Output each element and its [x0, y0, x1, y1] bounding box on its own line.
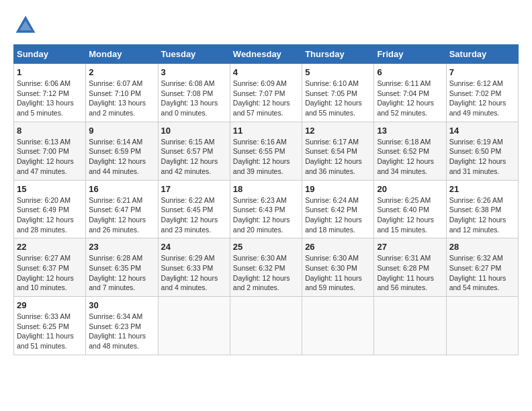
calendar-day-cell: 7Sunrise: 6:12 AMSunset: 7:02 PMDaylight… — [446, 64, 518, 122]
day-number: 16 — [89, 184, 154, 194]
calendar-day-cell: 1Sunrise: 6:06 AMSunset: 7:12 PMDaylight… — [14, 64, 86, 122]
day-info: Sunrise: 6:33 AMSunset: 6:25 PMDaylight:… — [17, 312, 83, 351]
logo-icon — [13, 13, 38, 38]
calendar-day-cell: 20Sunrise: 6:25 AMSunset: 6:40 PMDayligh… — [374, 180, 446, 238]
calendar-day-cell: 2Sunrise: 6:07 AMSunset: 7:10 PMDaylight… — [86, 64, 158, 122]
logo — [13, 13, 42, 38]
day-info: Sunrise: 6:09 AMSunset: 7:07 PMDaylight:… — [233, 79, 299, 118]
calendar-day-cell: 19Sunrise: 6:24 AMSunset: 6:42 PMDayligh… — [302, 180, 374, 238]
day-info: Sunrise: 6:07 AMSunset: 7:10 PMDaylight:… — [89, 79, 154, 118]
calendar-day-cell: 8Sunrise: 6:13 AMSunset: 7:00 PMDaylight… — [14, 122, 86, 180]
day-info: Sunrise: 6:20 AMSunset: 6:49 PMDaylight:… — [17, 195, 83, 235]
day-info: Sunrise: 6:29 AMSunset: 6:33 PMDaylight:… — [161, 253, 227, 293]
day-number: 2 — [89, 67, 154, 77]
day-info: Sunrise: 6:32 AMSunset: 6:27 PMDaylight:… — [449, 253, 515, 293]
day-number: 15 — [17, 184, 83, 194]
day-number: 4 — [233, 67, 299, 77]
calendar-day-cell: 4Sunrise: 6:09 AMSunset: 7:07 PMDaylight… — [230, 64, 302, 122]
calendar-day-cell — [230, 297, 302, 355]
weekday-header: Friday — [374, 45, 446, 64]
day-number: 19 — [305, 184, 371, 194]
day-info: Sunrise: 6:27 AMSunset: 6:37 PMDaylight:… — [17, 253, 83, 293]
day-info: Sunrise: 6:34 AMSunset: 6:23 PMDaylight:… — [89, 312, 154, 351]
day-number: 6 — [377, 67, 443, 77]
day-info: Sunrise: 6:14 AMSunset: 6:59 PMDaylight:… — [89, 137, 154, 177]
calendar-day-cell: 30Sunrise: 6:34 AMSunset: 6:23 PMDayligh… — [86, 297, 158, 355]
calendar-week-row: 29Sunrise: 6:33 AMSunset: 6:25 PMDayligh… — [14, 297, 519, 355]
calendar-day-cell: 23Sunrise: 6:28 AMSunset: 6:35 PMDayligh… — [86, 238, 158, 297]
day-number: 21 — [449, 184, 515, 194]
weekday-header: Sunday — [14, 45, 86, 64]
day-number: 30 — [89, 300, 154, 310]
weekday-header: Monday — [86, 45, 158, 64]
calendar-week-row: 1Sunrise: 6:06 AMSunset: 7:12 PMDaylight… — [14, 64, 519, 122]
calendar-day-cell: 16Sunrise: 6:21 AMSunset: 6:47 PMDayligh… — [86, 180, 158, 238]
day-number: 27 — [377, 242, 443, 252]
day-info: Sunrise: 6:28 AMSunset: 6:35 PMDaylight:… — [89, 253, 154, 293]
day-number: 9 — [89, 126, 154, 136]
day-number: 22 — [17, 242, 83, 252]
weekday-header: Thursday — [302, 45, 374, 64]
calendar-day-cell — [158, 297, 230, 355]
calendar-day-cell: 13Sunrise: 6:18 AMSunset: 6:52 PMDayligh… — [374, 122, 446, 180]
calendar-day-cell: 28Sunrise: 6:32 AMSunset: 6:27 PMDayligh… — [446, 238, 518, 297]
day-info: Sunrise: 6:22 AMSunset: 6:45 PMDaylight:… — [161, 195, 227, 235]
calendar-week-row: 22Sunrise: 6:27 AMSunset: 6:37 PMDayligh… — [14, 238, 519, 297]
day-number: 29 — [17, 300, 83, 310]
calendar-day-cell: 11Sunrise: 6:16 AMSunset: 6:55 PMDayligh… — [230, 122, 302, 180]
day-number: 14 — [449, 126, 515, 136]
day-number: 18 — [233, 184, 299, 194]
day-info: Sunrise: 6:16 AMSunset: 6:55 PMDaylight:… — [233, 137, 299, 177]
day-info: Sunrise: 6:17 AMSunset: 6:54 PMDaylight:… — [305, 137, 371, 177]
day-number: 26 — [305, 242, 371, 252]
day-info: Sunrise: 6:11 AMSunset: 7:04 PMDaylight:… — [377, 79, 443, 118]
calendar-day-cell: 18Sunrise: 6:23 AMSunset: 6:43 PMDayligh… — [230, 180, 302, 238]
calendar-day-cell: 14Sunrise: 6:19 AMSunset: 6:50 PMDayligh… — [446, 122, 518, 180]
calendar-day-cell: 29Sunrise: 6:33 AMSunset: 6:25 PMDayligh… — [14, 297, 86, 355]
calendar-day-cell: 10Sunrise: 6:15 AMSunset: 6:57 PMDayligh… — [158, 122, 230, 180]
calendar-day-cell: 26Sunrise: 6:30 AMSunset: 6:30 PMDayligh… — [302, 238, 374, 297]
calendar-day-cell: 17Sunrise: 6:22 AMSunset: 6:45 PMDayligh… — [158, 180, 230, 238]
calendar-header-row: SundayMondayTuesdayWednesdayThursdayFrid… — [14, 45, 519, 64]
calendar-day-cell: 21Sunrise: 6:26 AMSunset: 6:38 PMDayligh… — [446, 180, 518, 238]
day-info: Sunrise: 6:25 AMSunset: 6:40 PMDaylight:… — [377, 195, 443, 235]
calendar-day-cell: 6Sunrise: 6:11 AMSunset: 7:04 PMDaylight… — [374, 64, 446, 122]
calendar-day-cell: 12Sunrise: 6:17 AMSunset: 6:54 PMDayligh… — [302, 122, 374, 180]
day-number: 7 — [449, 67, 515, 77]
calendar-day-cell: 25Sunrise: 6:30 AMSunset: 6:32 PMDayligh… — [230, 238, 302, 297]
calendar-week-row: 15Sunrise: 6:20 AMSunset: 6:49 PMDayligh… — [14, 180, 519, 238]
day-info: Sunrise: 6:15 AMSunset: 6:57 PMDaylight:… — [161, 137, 227, 177]
weekday-header: Tuesday — [158, 45, 230, 64]
day-number: 25 — [233, 242, 299, 252]
weekday-header: Saturday — [446, 45, 518, 64]
day-info: Sunrise: 6:24 AMSunset: 6:42 PMDaylight:… — [305, 195, 371, 235]
day-number: 24 — [161, 242, 227, 252]
day-number: 1 — [17, 67, 83, 77]
calendar-week-row: 8Sunrise: 6:13 AMSunset: 7:00 PMDaylight… — [14, 122, 519, 180]
calendar-day-cell — [374, 297, 446, 355]
day-info: Sunrise: 6:30 AMSunset: 6:30 PMDaylight:… — [305, 253, 371, 293]
day-number: 11 — [233, 126, 299, 136]
day-info: Sunrise: 6:23 AMSunset: 6:43 PMDaylight:… — [233, 195, 299, 235]
day-number: 8 — [17, 126, 83, 136]
day-info: Sunrise: 6:31 AMSunset: 6:28 PMDaylight:… — [377, 253, 443, 293]
day-number: 13 — [377, 126, 443, 136]
calendar-day-cell — [302, 297, 374, 355]
page-header — [13, 13, 519, 38]
calendar-day-cell — [446, 297, 518, 355]
calendar-day-cell: 9Sunrise: 6:14 AMSunset: 6:59 PMDaylight… — [86, 122, 158, 180]
calendar-day-cell: 22Sunrise: 6:27 AMSunset: 6:37 PMDayligh… — [14, 238, 86, 297]
day-number: 20 — [377, 184, 443, 194]
weekday-header: Wednesday — [230, 45, 302, 64]
day-info: Sunrise: 6:19 AMSunset: 6:50 PMDaylight:… — [449, 137, 515, 177]
day-info: Sunrise: 6:18 AMSunset: 6:52 PMDaylight:… — [377, 137, 443, 177]
day-info: Sunrise: 6:26 AMSunset: 6:38 PMDaylight:… — [449, 195, 515, 235]
calendar-day-cell: 15Sunrise: 6:20 AMSunset: 6:49 PMDayligh… — [14, 180, 86, 238]
calendar-day-cell: 24Sunrise: 6:29 AMSunset: 6:33 PMDayligh… — [158, 238, 230, 297]
day-number: 12 — [305, 126, 371, 136]
calendar-table: SundayMondayTuesdayWednesdayThursdayFrid… — [13, 44, 519, 355]
calendar-day-cell: 5Sunrise: 6:10 AMSunset: 7:05 PMDaylight… — [302, 64, 374, 122]
day-info: Sunrise: 6:08 AMSunset: 7:08 PMDaylight:… — [161, 79, 227, 118]
calendar-day-cell: 27Sunrise: 6:31 AMSunset: 6:28 PMDayligh… — [374, 238, 446, 297]
day-number: 3 — [161, 67, 227, 77]
